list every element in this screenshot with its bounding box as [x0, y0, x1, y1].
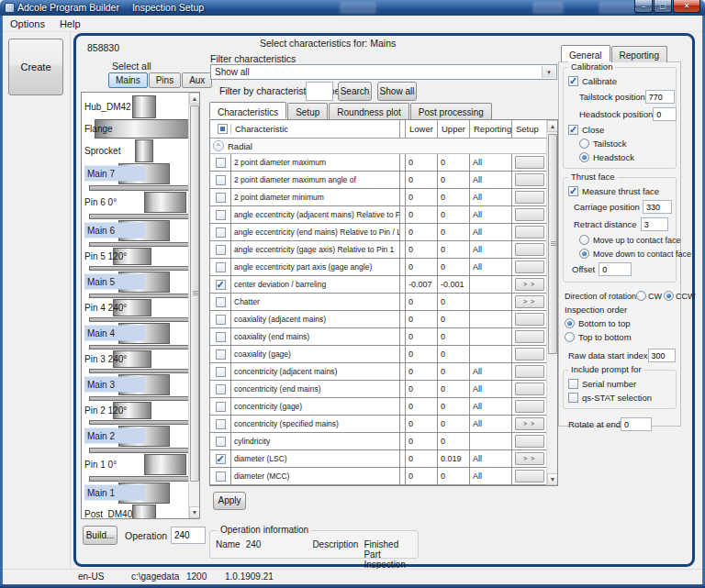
crank-item[interactable]: Main 2	[82, 425, 188, 447]
crank-item[interactable]: Hub_DM42	[82, 94, 188, 118]
row-upper[interactable]: 0	[437, 468, 469, 484]
row-reporting[interactable]	[469, 294, 511, 310]
row-setup-button[interactable]	[515, 261, 544, 273]
row-setup-button[interactable]	[515, 470, 544, 483]
row-lower[interactable]: 0	[405, 450, 437, 467]
row-setup-button[interactable]	[515, 348, 544, 361]
menu-item-help[interactable]: Help	[52, 17, 88, 31]
crank-item[interactable]: Main 3	[82, 373, 188, 395]
measure-thrust-checkbox[interactable]	[568, 186, 578, 196]
row-checkbox[interactable]	[216, 175, 226, 185]
crank-item[interactable]: Pin 3 240°	[82, 349, 188, 368]
search-button[interactable]: Search	[338, 82, 372, 101]
row-lower[interactable]: 0	[405, 433, 437, 449]
column-lower[interactable]: Lower	[405, 120, 437, 138]
row-lower[interactable]: 0	[405, 468, 437, 484]
row-upper[interactable]: 0	[437, 224, 469, 240]
crankshaft-list[interactable]: Hub_DM42FlangeSprocketMain 7Pin 6 0°Main…	[81, 92, 200, 519]
collapse-icon[interactable]: ^	[213, 140, 224, 151]
column-reporting[interactable]: Reporting	[469, 120, 511, 138]
table-row[interactable]: coaxiality (gage)00	[210, 346, 546, 363]
offset-input[interactable]	[599, 262, 632, 276]
scrollbar-thumb[interactable]	[548, 134, 557, 354]
crank-item[interactable]: Post_DM40	[82, 504, 188, 519]
row-checkbox[interactable]	[216, 227, 226, 238]
row-upper[interactable]: 0	[437, 259, 469, 275]
row-upper[interactable]: 0	[437, 433, 469, 449]
row-reporting[interactable]	[469, 346, 511, 362]
row-lower[interactable]: 0	[405, 154, 437, 171]
row-setup-button[interactable]	[515, 330, 544, 343]
row-reporting[interactable]: All	[469, 241, 511, 258]
row-checkbox[interactable]	[216, 280, 226, 290]
row-checkbox[interactable]	[216, 297, 226, 307]
row-checkbox[interactable]	[216, 158, 226, 168]
row-checkbox[interactable]	[216, 332, 226, 342]
row-reporting[interactable]: All	[469, 450, 511, 467]
row-upper[interactable]: 0	[437, 398, 469, 415]
row-checkbox[interactable]	[216, 245, 226, 255]
row-upper[interactable]: 0.019	[437, 450, 469, 467]
ccw-radio[interactable]	[664, 291, 674, 301]
row-lower[interactable]: 0	[405, 416, 437, 432]
row-checkbox[interactable]	[216, 402, 226, 412]
chevron-down-icon[interactable]: ▼	[542, 66, 555, 78]
row-reporting[interactable]: All	[469, 154, 511, 171]
row-reporting[interactable]: All	[469, 259, 511, 275]
qs-stat-checkbox[interactable]	[568, 393, 578, 403]
rotate-at-end-input[interactable]	[621, 417, 652, 431]
row-reporting[interactable]: All	[469, 398, 511, 415]
crank-item[interactable]: Sprocket	[82, 139, 188, 162]
row-lower[interactable]: 0	[405, 398, 437, 415]
row-setup-button[interactable]: > >	[515, 278, 544, 291]
cw-radio[interactable]	[636, 291, 646, 301]
table-row[interactable]: concentricity (adjacent mains)00All	[210, 363, 546, 381]
row-checkbox[interactable]	[216, 437, 226, 447]
row-checkbox[interactable]	[216, 210, 226, 220]
row-setup-button[interactable]	[515, 435, 544, 448]
table-row[interactable]: concentricity (gage)00All	[210, 398, 546, 416]
row-upper[interactable]: 0	[437, 189, 469, 205]
raw-data-start-index-input[interactable]	[648, 349, 676, 362]
tab-post-processing[interactable]: Post processing	[410, 103, 492, 119]
row-checkbox[interactable]	[216, 349, 226, 360]
row-lower[interactable]: -0.007	[405, 276, 437, 293]
row-checkbox[interactable]	[216, 262, 226, 272]
crank-item[interactable]: Pin 1 0°	[82, 453, 188, 475]
table-row[interactable]: diameter (MCC)00All	[210, 468, 546, 485]
row-setup-button[interactable]	[515, 313, 544, 326]
row-upper[interactable]: 0	[437, 206, 469, 223]
table-row[interactable]: angle eccentricity (gage axis) Relative …	[210, 241, 546, 259]
table-row[interactable]: 2 point diameter maximum angle of00All	[210, 172, 546, 189]
row-upper[interactable]: 0	[437, 294, 469, 310]
table-row[interactable]: center deviation / barreling-0.007-0.001…	[210, 276, 546, 294]
tab-roundness-plot[interactable]: Roundness plot	[329, 103, 409, 119]
row-upper[interactable]: 0	[437, 346, 469, 362]
crank-item[interactable]: Flange	[82, 118, 188, 139]
row-checkbox[interactable]	[216, 315, 226, 325]
row-setup-button[interactable]	[515, 243, 544, 256]
table-row[interactable]: coaxiality (end mains)00	[210, 328, 546, 346]
row-checkbox[interactable]	[216, 419, 226, 429]
build-button[interactable]: Build...	[83, 526, 118, 545]
row-setup-button[interactable]: > >	[515, 417, 544, 430]
row-reporting[interactable]	[469, 433, 511, 449]
tailstock-radio[interactable]	[579, 139, 589, 149]
table-row[interactable]: cylindricity00	[210, 433, 546, 450]
row-reporting[interactable]: All	[469, 468, 511, 484]
column-characteristic[interactable]: Characteristic	[230, 124, 399, 134]
operation-input[interactable]	[171, 527, 206, 544]
top-to-bottom-radio[interactable]	[565, 332, 575, 342]
apply-button[interactable]: Apply	[213, 492, 246, 510]
row-setup-button[interactable]	[515, 226, 544, 239]
row-reporting[interactable]	[469, 276, 511, 293]
table-row[interactable]: 2 point diameter maximum00All	[210, 154, 546, 172]
crank-item[interactable]: Main 7	[82, 162, 188, 184]
row-upper[interactable]: 0	[437, 241, 469, 258]
row-checkbox[interactable]	[216, 384, 226, 394]
row-reporting[interactable]	[469, 311, 511, 327]
filter-name-input[interactable]	[306, 82, 333, 101]
row-reporting[interactable]: All	[469, 172, 511, 188]
row-reporting[interactable]: All	[469, 363, 511, 380]
move-down-radio[interactable]	[579, 249, 589, 259]
